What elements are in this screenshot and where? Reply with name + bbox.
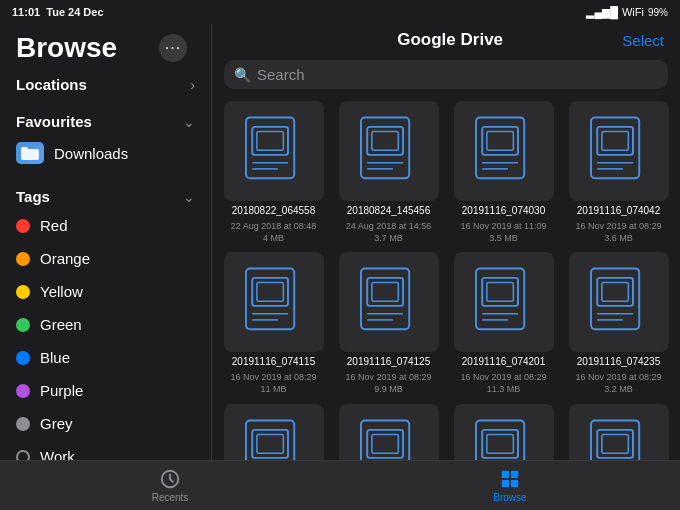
file-icon: [339, 101, 439, 201]
tags-section[interactable]: Tags ⌄: [0, 180, 211, 209]
tag-label-orange: Orange: [40, 250, 90, 267]
locations-section[interactable]: Locations ›: [0, 68, 211, 97]
tag-item-purple[interactable]: Purple: [0, 374, 211, 407]
tag-item-yellow[interactable]: Yellow: [0, 275, 211, 308]
file-icon: [224, 404, 324, 460]
tag-item-blue[interactable]: Blue: [0, 341, 211, 374]
status-time: 11:01 Tue 24 Dec: [12, 6, 104, 18]
svg-rect-57: [591, 420, 639, 460]
tags-label: Tags: [16, 188, 50, 205]
tag-dot-blue: [16, 351, 30, 365]
search-input[interactable]: [257, 66, 658, 83]
browse-icon: [499, 468, 521, 490]
file-item[interactable]: 20191116_074235 16 Nov 2019 at 08:293.2 …: [565, 252, 672, 395]
signal-icon: ▂▄▆█: [586, 6, 618, 19]
select-button[interactable]: Select: [622, 32, 664, 49]
svg-rect-65: [502, 480, 509, 487]
file-icon: [339, 404, 439, 460]
file-name: 20191116_074042: [577, 205, 660, 217]
tag-label-purple: Purple: [40, 382, 83, 399]
file-item[interactable]: 20191116_074115 16 Nov 2019 at 08:2911 M…: [220, 252, 327, 395]
file-icon: [224, 252, 324, 352]
svg-rect-47: [361, 420, 409, 460]
svg-rect-64: [511, 471, 518, 478]
battery-icon: 99%: [648, 7, 668, 18]
file-date: 16 Nov 2019 at 08:293.2 MB: [575, 372, 661, 395]
tag-label-blue: Blue: [40, 349, 70, 366]
recents-icon: [159, 468, 181, 490]
svg-rect-63: [502, 471, 509, 478]
search-bar[interactable]: 🔍: [224, 60, 668, 89]
file-item[interactable]: 20191116_074030 16 Nov 2019 at 11:093.5 …: [450, 101, 557, 244]
file-item[interactable]: 20191116_074042 16 Nov 2019 at 08:293.6 …: [565, 101, 672, 244]
tag-dot-green: [16, 318, 30, 332]
file-icon: [454, 252, 554, 352]
sidebar: Browse ··· Locations › Favourites ⌄ Down: [0, 24, 212, 460]
file-item[interactable]: 20191116_074125 16 Nov 2019 at 08:299.9 …: [335, 252, 442, 395]
search-icon: 🔍: [234, 67, 251, 83]
downloads-item[interactable]: Downloads: [0, 134, 211, 172]
file-name: 20191116_074235: [577, 356, 660, 368]
file-item[interactable]: 20180824_145456 24 Aug 2018 at 14:563.7 …: [335, 101, 442, 244]
files-grid: 20180822_064558 22 Aug 2018 at 08:484 MB…: [212, 97, 680, 460]
recents-tab-label: Recents: [152, 492, 189, 503]
tag-dot-work: [16, 450, 30, 461]
file-date: 16 Nov 2019 at 11:093.5 MB: [460, 221, 546, 244]
file-date: 24 Aug 2018 at 14:563.7 MB: [346, 221, 432, 244]
tag-item-red[interactable]: Red: [0, 209, 211, 242]
tag-item-orange[interactable]: Orange: [0, 242, 211, 275]
tag-item-grey[interactable]: Grey: [0, 407, 211, 440]
file-item[interactable]: 20191116_074633 16 Nov 2019 at 08:2910 M…: [450, 404, 557, 460]
tag-label-green: Green: [40, 316, 82, 333]
svg-rect-66: [511, 480, 518, 487]
file-icon: [224, 101, 324, 201]
file-item[interactable]: 20191116_074439 16 Nov 2019 at 08:292.4 …: [335, 404, 442, 460]
tag-label-red: Red: [40, 217, 68, 234]
file-icon: [454, 404, 554, 460]
tag-label-yellow: Yellow: [40, 283, 83, 300]
three-dots-button[interactable]: ···: [159, 34, 187, 62]
status-bar: 11:01 Tue 24 Dec ▂▄▆█ WiFi 99%: [0, 0, 680, 24]
svg-rect-52: [476, 420, 524, 460]
file-name: 20191116_074030: [462, 205, 545, 217]
tag-dot-red: [16, 219, 30, 233]
tag-dot-purple: [16, 384, 30, 398]
tag-label-grey: Grey: [40, 415, 73, 432]
locations-chevron-icon: ›: [190, 77, 195, 93]
tab-recents[interactable]: Recents: [0, 468, 340, 503]
tab-bar: Recents Browse: [0, 460, 680, 510]
file-item[interactable]: 20191116_074639 16 Nov 2019 at 08:293.8 …: [565, 404, 672, 460]
downloads-folder-icon: [16, 142, 44, 164]
wifi-icon: WiFi: [622, 6, 644, 18]
browse-title: Browse: [16, 32, 117, 64]
tag-item-work[interactable]: Work: [0, 440, 211, 460]
file-item[interactable]: 20191116_074201 16 Nov 2019 at 08:2911.3…: [450, 252, 557, 395]
tab-browse[interactable]: Browse: [340, 468, 680, 503]
tag-label-work: Work: [40, 448, 75, 460]
file-date: 16 Nov 2019 at 08:2911.3 MB: [460, 372, 546, 395]
tag-dot-grey: [16, 417, 30, 431]
favourites-chevron-icon: ⌄: [183, 114, 195, 130]
file-icon: [569, 101, 669, 201]
tag-item-green[interactable]: Green: [0, 308, 211, 341]
tag-dot-orange: [16, 252, 30, 266]
file-item[interactable]: 20191116_074250 16 Nov 2019 at 08:293.1 …: [220, 404, 327, 460]
tags-chevron-icon: ⌄: [183, 189, 195, 205]
file-name: 20180824_145456: [347, 205, 430, 217]
file-name: 20191116_074201: [462, 356, 545, 368]
file-item[interactable]: 20180822_064558 22 Aug 2018 at 08:484 MB: [220, 101, 327, 244]
file-date: 22 Aug 2018 at 08:484 MB: [231, 221, 317, 244]
file-name: 20180822_064558: [232, 205, 315, 217]
three-dots-icon: ···: [165, 39, 181, 57]
downloads-label: Downloads: [54, 145, 128, 162]
file-date: 16 Nov 2019 at 08:299.9 MB: [345, 372, 431, 395]
top-bar: Google Drive Select: [212, 24, 680, 56]
file-name: 20191116_074115: [232, 356, 315, 368]
file-icon: [339, 252, 439, 352]
file-date: 16 Nov 2019 at 08:293.6 MB: [575, 221, 661, 244]
file-icon: [569, 404, 669, 460]
content-area: Google Drive Select 🔍 20180822_064558 22…: [212, 24, 680, 460]
svg-rect-42: [246, 420, 294, 460]
file-icon: [569, 252, 669, 352]
favourites-section[interactable]: Favourites ⌄: [0, 105, 211, 134]
